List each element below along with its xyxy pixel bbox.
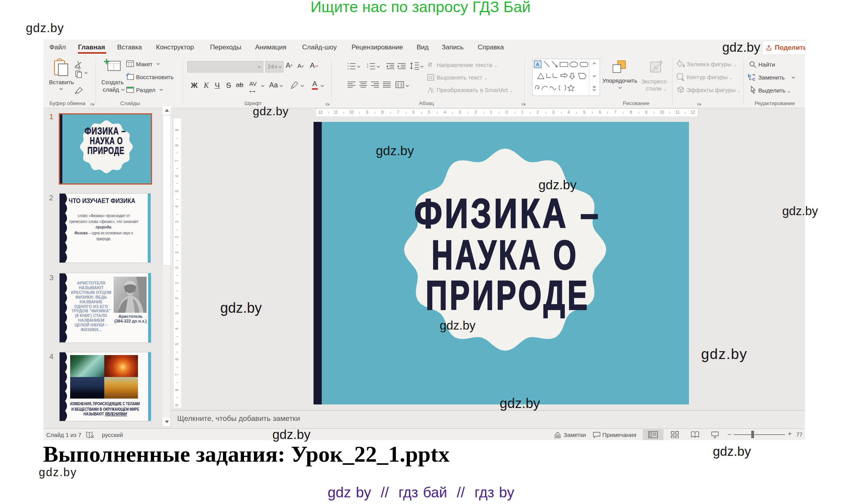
- svg-text:A: A: [536, 62, 540, 67]
- svg-text:2: 2: [367, 65, 368, 68]
- svg-text:1: 1: [367, 63, 368, 65]
- svg-text:c: c: [752, 76, 755, 82]
- svg-text:b: b: [748, 73, 751, 79]
